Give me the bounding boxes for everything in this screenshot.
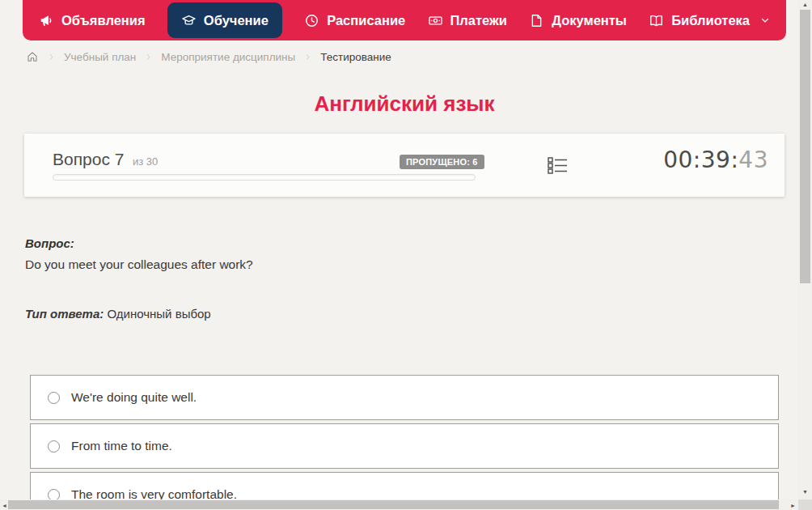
nav-item-label: Объявления xyxy=(61,13,146,28)
answer-option[interactable]: From time to time. xyxy=(30,423,779,469)
banknote-icon xyxy=(428,13,443,28)
timer-seconds: 43 xyxy=(738,147,768,173)
page: Объявления Обучение Расписание xyxy=(0,0,812,510)
question-counter: Вопрос 7 из 30 xyxy=(53,150,158,169)
question-total: из 30 xyxy=(133,155,158,168)
answer-type-label: Тип ответа: xyxy=(25,307,104,321)
question-status-card: Вопрос 7 из 30 ПРОПУЩЕНО: 6 00:39:43 xyxy=(24,134,785,197)
answer-options: We're doing quite well. From time to tim… xyxy=(30,375,779,510)
list-icon xyxy=(546,154,569,176)
nav-item-label: Расписание xyxy=(327,13,405,28)
clock-icon xyxy=(304,13,319,28)
nav-item-label: Обучение xyxy=(204,13,269,28)
answer-option-label: From time to time. xyxy=(71,439,172,453)
nav-item-schedule[interactable]: Расписание xyxy=(304,13,405,28)
horizontal-scrollbar-thumb[interactable] xyxy=(8,500,779,509)
question-label: Вопрос: xyxy=(25,236,753,250)
question-number: Вопрос 7 xyxy=(53,150,124,168)
nav-item-label: Библиотека xyxy=(671,13,750,28)
question-list-button[interactable] xyxy=(546,154,569,176)
breadcrumb-curriculum[interactable]: Учебный план xyxy=(64,51,136,63)
top-navigation: Объявления Обучение Расписание xyxy=(23,0,786,40)
chevron-down-icon xyxy=(760,15,770,25)
book-icon xyxy=(649,13,664,28)
megaphone-icon xyxy=(39,13,54,28)
chevron-right-icon xyxy=(47,53,56,62)
breadcrumb-testing: Тестирование xyxy=(320,51,391,63)
chevron-right-icon xyxy=(144,53,153,62)
nav-item-training[interactable]: Обучение xyxy=(167,2,282,38)
scrollbar-corner xyxy=(798,499,812,510)
scroll-right-arrow-icon[interactable]: ► xyxy=(789,502,797,510)
timer: 00:39:43 xyxy=(663,147,768,173)
nav-item-label: Документы xyxy=(552,13,627,28)
nav-item-payments[interactable]: Платежи xyxy=(428,13,507,28)
scroll-down-arrow-icon[interactable]: ▼ xyxy=(798,488,812,496)
breadcrumb: Учебный план Мероприятие дисциплины Тест… xyxy=(26,50,391,63)
question-text: Do you meet your colleagues after work? xyxy=(25,257,253,272)
radio-button[interactable] xyxy=(48,392,60,404)
scroll-left-arrow-icon[interactable]: ◄ xyxy=(1,502,8,510)
vertical-scrollbar-thumb[interactable] xyxy=(800,10,810,283)
timer-hours-minutes: 00:39: xyxy=(663,147,738,173)
document-icon xyxy=(529,13,544,28)
scroll-up-arrow-icon[interactable]: ▲ xyxy=(798,1,812,9)
nav-item-announcements[interactable]: Объявления xyxy=(39,13,146,28)
question-body: Вопрос: Do you meet your colleagues afte… xyxy=(25,236,753,250)
question-progress-bar xyxy=(53,174,476,181)
vertical-scrollbar[interactable]: ▲ ▼ xyxy=(798,0,812,499)
graduation-cap-icon xyxy=(181,13,197,28)
nav-item-label: Платежи xyxy=(450,13,507,28)
radio-button[interactable] xyxy=(48,440,60,453)
chevron-right-icon xyxy=(303,53,312,62)
horizontal-scrollbar[interactable]: ◄ ► xyxy=(0,499,798,510)
breadcrumb-discipline-event[interactable]: Мероприятие дисциплины xyxy=(161,51,295,63)
skipped-badge: ПРОПУЩЕНО: 6 xyxy=(400,155,484,169)
answer-option-label: We're doing quite well. xyxy=(71,390,197,405)
answer-option[interactable]: We're doing quite well. xyxy=(30,375,779,420)
nav-item-documents[interactable]: Документы xyxy=(529,13,627,28)
home-icon[interactable] xyxy=(26,50,39,63)
page-title: Английский язык xyxy=(23,91,786,117)
nav-item-library[interactable]: Библиотека xyxy=(649,13,770,28)
answer-type-value: Одиночный выбор xyxy=(107,307,210,321)
answer-type-row: Тип ответа: Одиночный выбор xyxy=(25,307,211,321)
